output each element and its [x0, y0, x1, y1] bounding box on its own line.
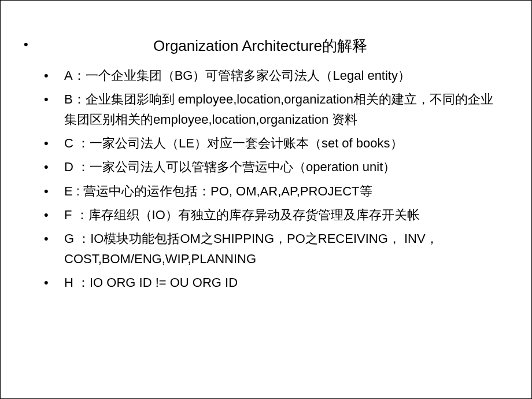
list-item: B：企业集团影响到 employee,location,organization…	[44, 89, 503, 130]
slide-title: Organization Architecture的解释	[153, 34, 413, 58]
slide-title-item: Organization Architecture的解释	[44, 34, 503, 58]
list-item: F ：库存组织（IO）有独立的库存异动及存货管理及库存开关帐	[44, 205, 503, 225]
slide-content: Organization Architecture的解释 A：一个企业集团（BG…	[1, 1, 531, 398]
list-item: G ：IO模块功能包括OM之SHIPPING，PO之RECEIVING， INV…	[44, 228, 503, 269]
list-item: D ：一家公司法人可以管辖多个营运中心（operation unit）	[44, 157, 503, 177]
list-item: E : 营运中心的运作包括：PO, OM,AR,AP,PROJECT等	[44, 181, 503, 201]
list-item: A：一个企业集团（BG）可管辖多家公司法人（Legal entity）	[44, 65, 503, 86]
bullet-list: Organization Architecture的解释 A：一个企业集团（BG…	[44, 34, 503, 293]
list-item: H ：IO ORG ID != OU ORG ID	[44, 272, 503, 293]
list-item: C ：一家公司法人（LE）对应一套会计账本（set of books）	[44, 133, 503, 153]
